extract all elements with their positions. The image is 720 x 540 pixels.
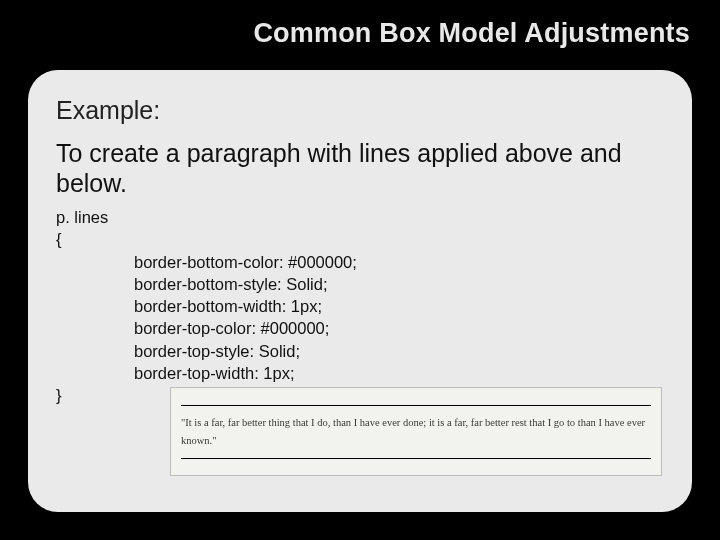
code-line: border-bottom-width: 1px;	[56, 295, 664, 317]
code-line: border-bottom-style: Solid;	[56, 273, 664, 295]
slide-title: Common Box Model Adjustments	[8, 8, 712, 49]
example-description: To create a paragraph with lines applied…	[56, 139, 664, 198]
content-panel: Example: To create a paragraph with line…	[28, 70, 692, 512]
code-line: border-top-width: 1px;	[56, 362, 664, 384]
css-code-block: p. lines { border-bottom-color: #000000;…	[56, 206, 664, 406]
code-line: border-bottom-color: #000000;	[56, 251, 664, 273]
slide-frame: Common Box Model Adjustments Example: To…	[8, 8, 712, 532]
rendered-quote-paragraph: "It is a far, far better thing that I do…	[181, 405, 651, 459]
code-line: border-top-color: #000000;	[56, 317, 664, 339]
code-line: border-top-style: Solid;	[56, 340, 664, 362]
code-selector: p. lines	[56, 206, 664, 228]
code-open-brace: {	[56, 228, 664, 250]
example-label: Example:	[56, 96, 664, 125]
rendered-example-box: "It is a far, far better thing that I do…	[170, 387, 662, 476]
